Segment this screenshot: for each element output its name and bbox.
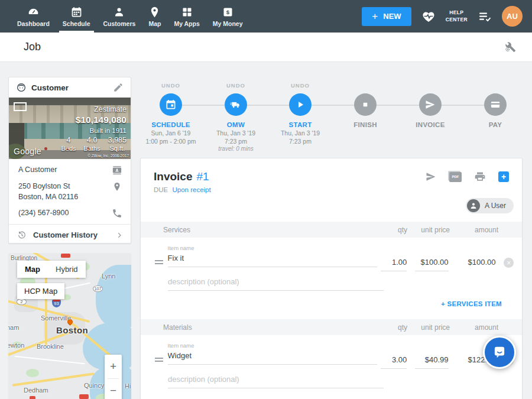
add-invoice-item-button[interactable] [498, 171, 509, 182]
customer-history-link[interactable]: Customer History [9, 224, 131, 245]
finish-step-button[interactable] [354, 93, 377, 116]
help-center-line1: HELP [446, 9, 468, 16]
send-invoice-icon[interactable] [425, 171, 437, 183]
drag-handle-icon[interactable] [155, 358, 163, 369]
chevron-right-icon [115, 231, 124, 239]
nav-right: + NEW HELP CENTER AU [362, 0, 532, 33]
nav-item-my-apps[interactable]: My Apps [167, 0, 206, 33]
item-name-label: Item name [168, 342, 377, 349]
baths-label: Baths [84, 145, 100, 152]
calendar-icon [70, 6, 83, 18]
map-label-newton: Newton [8, 342, 24, 349]
apps-grid-icon [181, 6, 193, 18]
location-pin-icon[interactable] [112, 181, 122, 192]
sqft-label: Sq.ft. [108, 145, 126, 152]
step-date: Thu, Jan 3 '19 [262, 129, 339, 137]
zoom-out-button[interactable]: − [105, 379, 122, 399]
map-label-boston: Boston [46, 325, 98, 335]
qty-column-header: qty [380, 323, 407, 332]
print-icon[interactable] [474, 171, 486, 183]
due-value-link[interactable]: Upon receipt [172, 186, 210, 193]
unit-price-column-header: unit price [416, 323, 450, 332]
nav-items: Dashboard Schedule Customers Map My Apps… [0, 0, 249, 33]
zoom-in-button[interactable]: + [105, 355, 122, 378]
drag-handle-icon[interactable] [155, 260, 163, 271]
material-description-input[interactable] [168, 372, 384, 388]
property-photo[interactable]: Zestimate $10,149,080 Built in 1911 4Bed… [9, 98, 131, 159]
nav-item-schedule[interactable]: Schedule [56, 0, 97, 33]
new-button[interactable]: + NEW [362, 7, 411, 26]
customer-address-line1: 250 Boylston St [18, 182, 70, 190]
omw-step-button[interactable] [225, 93, 247, 116]
service-line-item: Item name $100.00 [141, 238, 522, 271]
streetview-expand-icon[interactable] [14, 102, 27, 111]
interstate-93-shield: 93 [52, 300, 61, 307]
job-settings-wrench-icon[interactable] [504, 40, 517, 53]
money-icon: $ [222, 6, 234, 18]
pay-step-button[interactable] [484, 93, 507, 116]
health-heart-icon[interactable] [421, 9, 436, 24]
nav-item-customers[interactable]: Customers [97, 0, 142, 33]
user-avatar[interactable]: AU [502, 6, 523, 27]
new-button-label: NEW [383, 12, 401, 21]
invoice-step-button[interactable] [419, 93, 442, 116]
help-center-link[interactable]: HELP CENTER [446, 9, 468, 23]
map-type-map-button[interactable]: Map [17, 261, 48, 278]
step-travel-time: travel: 0 mins [197, 145, 274, 152]
material-unit-price-input[interactable] [415, 353, 448, 369]
material-line-item: Item name $122.97 [141, 335, 522, 369]
customer-history-label: Customer History [33, 231, 109, 239]
app-window: Dashboard Schedule Customers Map My Apps… [0, 0, 532, 399]
material-qty-input[interactable] [381, 353, 407, 369]
stop-icon [359, 99, 371, 111]
assignee-name: A User [485, 202, 506, 210]
invoice-number[interactable]: #1 [196, 170, 209, 183]
service-unit-price-input[interactable] [415, 255, 448, 271]
invoice-actions: PDF [425, 171, 509, 183]
truck-icon [230, 99, 242, 111]
map-card: Burlington Lynn 107 2 93 Somerville ham … [8, 253, 131, 399]
remove-service-item-button[interactable] [504, 258, 514, 268]
phone-icon[interactable] [112, 208, 122, 219]
start-step-button[interactable] [289, 93, 312, 116]
nav-label: Customers [103, 20, 136, 27]
history-clock-icon [17, 231, 27, 240]
assignee-pill[interactable]: A User [466, 198, 514, 213]
nav-label: My Money [213, 20, 243, 27]
nav-item-my-money[interactable]: $ My Money [206, 0, 249, 33]
map-poi-marker [79, 394, 89, 399]
add-services-item-link[interactable]: + SERVICES ITEM [141, 291, 522, 311]
nav-item-map[interactable]: Map [142, 0, 167, 33]
pdf-icon[interactable]: PDF [449, 172, 462, 182]
dashboard-gauge-icon [27, 6, 40, 18]
schedule-step-button[interactable] [160, 93, 182, 116]
step-label: PAY [457, 121, 532, 128]
person-icon [113, 6, 125, 18]
material-item-name-input[interactable] [168, 349, 377, 365]
service-description-input[interactable] [168, 275, 384, 291]
nav-item-dashboard[interactable]: Dashboard [11, 0, 56, 33]
amount-column-header: amount [457, 323, 498, 332]
service-item-name-input[interactable] [168, 251, 377, 267]
credit-card-icon [489, 99, 501, 111]
invoice-title: Invoice [154, 170, 192, 183]
chat-bubble-icon [492, 345, 507, 360]
built-year: Built in 1911 [61, 127, 127, 134]
edit-pencil-icon[interactable] [113, 82, 124, 93]
section-title: Services [163, 226, 377, 234]
map-zoom-controls: + − [105, 355, 122, 399]
service-qty-input[interactable] [381, 255, 407, 271]
hcp-map-button[interactable]: HCP Map [17, 283, 64, 299]
qty-column-header: qty [380, 226, 407, 234]
route-2-shield: 2 [17, 299, 27, 305]
chat-support-button[interactable] [483, 336, 516, 369]
map-type-hybrid-button[interactable]: Hybrid [48, 261, 86, 278]
add-materials-item-link[interactable]: + MATERIALS ITEM [141, 388, 522, 399]
calendar-icon [165, 99, 177, 111]
task-list-icon[interactable] [478, 9, 492, 24]
customer-card: Customer Zestimate $10,149,080 Built in … [8, 77, 131, 244]
nav-label: Map [148, 20, 161, 27]
contact-card-icon[interactable] [112, 165, 122, 176]
map-canvas[interactable]: Burlington Lynn 107 2 93 Somerville ham … [8, 253, 131, 399]
map-road [14, 356, 85, 365]
